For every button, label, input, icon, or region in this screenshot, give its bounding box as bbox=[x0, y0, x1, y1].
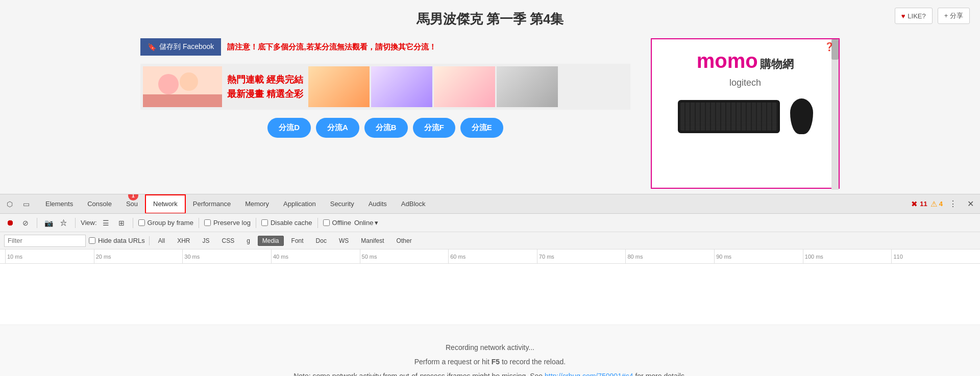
tab-console[interactable]: Console bbox=[80, 194, 119, 214]
disable-cache-checkbox[interactable] bbox=[261, 219, 268, 226]
like-button[interactable]: ♥ LIKE? bbox=[895, 8, 933, 24]
close-devtools-btn[interactable]: ✕ bbox=[963, 197, 977, 211]
banner-image-left bbox=[143, 66, 222, 107]
tab-network[interactable]: Network bbox=[145, 194, 186, 214]
warning-icon: ⚠ bbox=[930, 199, 937, 209]
devtools-tabs-bar: ⬡ ▭ Elements Console Sou 1 Network Perfo… bbox=[0, 194, 980, 214]
filter-js-btn[interactable]: JS bbox=[198, 236, 214, 246]
filter-media-btn[interactable]: Media bbox=[258, 236, 284, 246]
group-by-frame-checkbox[interactable] bbox=[138, 219, 145, 226]
record-button[interactable]: ⏺ bbox=[4, 217, 16, 229]
filter-font-btn[interactable]: Font bbox=[287, 236, 308, 246]
filter-manifest-btn[interactable]: Manifest bbox=[356, 236, 388, 246]
more-options-btn[interactable]: ⋮ bbox=[946, 197, 960, 211]
group-by-frame-label[interactable]: Group by frame bbox=[138, 219, 193, 227]
ruler-mark-70: 70 ms bbox=[537, 249, 626, 264]
online-dropdown[interactable]: Online ▾ bbox=[354, 219, 379, 227]
filter-toolbar: Hide data URLs All XHR JS CSS g Media Fo… bbox=[0, 232, 980, 249]
filter-doc-btn[interactable]: Doc bbox=[311, 236, 331, 246]
tab-memory[interactable]: Memory bbox=[238, 194, 276, 214]
ad-question-icon[interactable]: ❓ bbox=[824, 42, 835, 52]
stop-button[interactable]: ⊘ bbox=[19, 217, 32, 229]
notice-text: 請注意！底下多個分流,若某分流無法觀看，請切換其它分流！ bbox=[227, 42, 436, 52]
devtools-right-icons: ✖ 11 ⚠ 4 ⋮ ✕ bbox=[911, 197, 977, 211]
banner-text-area: 熱門連載 經典完結 最新漫畫 精選全彩 bbox=[227, 73, 303, 100]
separator-1 bbox=[37, 218, 37, 228]
preserve-log-checkbox[interactable] bbox=[204, 219, 211, 226]
share-button[interactable]: + 分享 bbox=[938, 8, 970, 24]
recording-line2: Perform a request or hit F5 to record th… bbox=[10, 355, 970, 369]
ruler-mark-40: 40 ms bbox=[271, 249, 360, 264]
stream-btn-f[interactable]: 分流F bbox=[413, 118, 455, 138]
hide-data-urls-label[interactable]: Hide data URLs bbox=[89, 237, 145, 244]
tab-application[interactable]: Application bbox=[276, 194, 323, 214]
offline-label[interactable]: Offline bbox=[323, 219, 351, 227]
tab-audits[interactable]: Audits bbox=[361, 194, 394, 214]
page-title: 馬男波傑克 第一季 第4集 bbox=[0, 10, 980, 28]
banner-image-sm-2 bbox=[371, 66, 432, 107]
offline-checkbox[interactable] bbox=[323, 219, 330, 226]
svg-point-1 bbox=[158, 74, 179, 94]
warning-count: 4 bbox=[939, 200, 943, 208]
ruler-mark-110: 110 bbox=[891, 249, 980, 264]
stream-btn-a[interactable]: 分流A bbox=[316, 118, 359, 138]
filter-g-btn[interactable]: g bbox=[242, 236, 255, 246]
error-badge: ✖ 11 bbox=[911, 199, 927, 209]
preserve-log-label[interactable]: Preserve log bbox=[204, 219, 251, 227]
ruler-mark-50: 50 ms bbox=[360, 249, 449, 264]
device-icon-btn[interactable]: ▭ bbox=[19, 197, 33, 211]
timeline-ruler-inner: 10 ms 20 ms 30 ms 40 ms 50 ms 60 ms 70 m… bbox=[0, 249, 980, 264]
filter-button[interactable]: ⛥ bbox=[58, 217, 70, 229]
crbug-link[interactable]: http://crbug.com/750901#c4 bbox=[545, 372, 633, 376]
banner-area: 熱門連載 經典完結 最新漫畫 精選全彩 bbox=[140, 64, 630, 110]
stream-btn-d[interactable]: 分流D bbox=[267, 118, 311, 138]
filter-css-btn[interactable]: CSS bbox=[217, 236, 239, 246]
svg-rect-3 bbox=[143, 94, 222, 107]
timeline-ruler: 10 ms 20 ms 30 ms 40 ms 50 ms 60 ms 70 m… bbox=[0, 249, 980, 264]
banner-images-right bbox=[308, 66, 558, 107]
separator-6 bbox=[317, 218, 318, 228]
cursor-icon-btn[interactable]: ⬡ bbox=[3, 197, 17, 211]
grid-view-btn[interactable]: ⊞ bbox=[115, 217, 128, 229]
network-toolbar: ⏺ ⊘ 📷 ⛥ View: ☰ ⊞ Group by frame Preserv… bbox=[0, 214, 980, 232]
disable-cache-label[interactable]: Disable cache bbox=[261, 219, 312, 227]
recording-line3: Note: some network activity from out-of-… bbox=[10, 369, 970, 376]
filter-ws-btn[interactable]: WS bbox=[334, 236, 353, 246]
ad-scrollbar[interactable] bbox=[831, 39, 839, 190]
ad-section: ❓ momo 購物網 logitech bbox=[651, 38, 840, 189]
filter-xhr-btn[interactable]: XHR bbox=[173, 236, 194, 246]
keyboard-shape bbox=[678, 100, 780, 133]
filter-input[interactable] bbox=[4, 235, 86, 247]
stream-btn-b[interactable]: 分流B bbox=[364, 118, 408, 138]
error-count: 11 bbox=[920, 200, 927, 208]
filter-all-btn[interactable]: All bbox=[154, 236, 169, 246]
heart-icon: ♥ bbox=[901, 12, 905, 20]
screenshot-button[interactable]: 📷 bbox=[42, 217, 55, 229]
page-content: 🔖 儲存到 Facebook 請注意！底下多個分流,若某分流無法觀看，請切換其它… bbox=[0, 38, 980, 189]
ruler-mark-20: 20 ms bbox=[94, 249, 183, 264]
filter-other-btn[interactable]: Other bbox=[392, 236, 416, 246]
logitech-text: logitech bbox=[652, 78, 839, 88]
save-facebook-bar: 🔖 儲存到 Facebook 請注意！底下多個分流,若某分流無法觀看，請切換其它… bbox=[140, 38, 630, 56]
keyboard-image-area bbox=[652, 93, 839, 139]
tab-performance[interactable]: Performance bbox=[186, 194, 238, 214]
tab-elements[interactable]: Elements bbox=[38, 194, 80, 214]
chevron-down-icon: ▾ bbox=[375, 219, 378, 227]
ruler-mark-60: 60 ms bbox=[448, 249, 537, 264]
ruler-mark-80: 80 ms bbox=[625, 249, 714, 264]
momo-text: momo bbox=[697, 49, 758, 72]
separator-2 bbox=[75, 218, 76, 228]
tab-adblock[interactable]: AdBlock bbox=[394, 194, 433, 214]
stream-btn-e[interactable]: 分流E bbox=[460, 118, 503, 138]
list-view-btn[interactable]: ☰ bbox=[100, 217, 112, 229]
svg-point-2 bbox=[180, 72, 198, 91]
recording-message: Recording network activity... Perform a … bbox=[0, 325, 980, 376]
page-area: ♥ LIKE? + 分享 馬男波傑克 第一季 第4集 🔖 儲存到 Faceboo… bbox=[0, 0, 980, 194]
tab-security[interactable]: Security bbox=[323, 194, 361, 214]
bookmark-icon: 🔖 bbox=[148, 43, 156, 51]
hide-data-urls-checkbox[interactable] bbox=[89, 237, 95, 244]
devtools-panel: ⬡ ▭ Elements Console Sou 1 Network Perfo… bbox=[0, 194, 980, 376]
tab-sources[interactable]: Sou 1 bbox=[119, 194, 145, 214]
save-facebook-button[interactable]: 🔖 儲存到 Facebook bbox=[140, 38, 221, 56]
recording-line1: Recording network activity... bbox=[10, 340, 970, 355]
